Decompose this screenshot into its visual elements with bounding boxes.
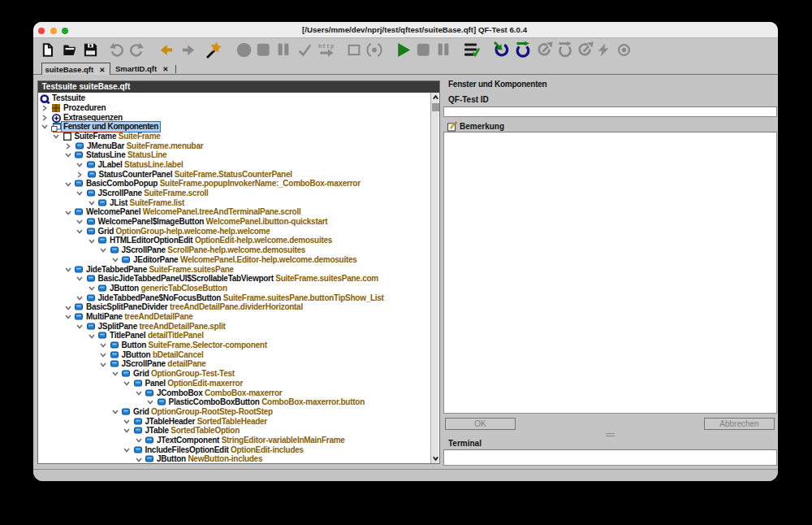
svg-text:http: http bbox=[318, 42, 335, 49]
